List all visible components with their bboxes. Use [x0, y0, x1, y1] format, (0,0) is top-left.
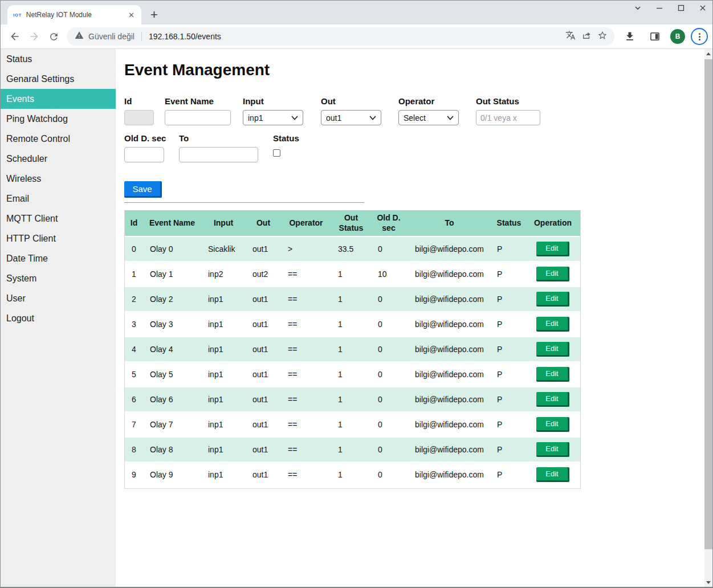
profile-avatar[interactable]: B: [670, 29, 685, 44]
forward-button[interactable]: [25, 27, 44, 46]
cell-operator: ==: [281, 437, 331, 462]
sidebar-item-http-client[interactable]: HTTP Client: [1, 228, 116, 248]
sidebar-item-user[interactable]: User: [1, 288, 116, 308]
url-text[interactable]: 192.168.1.50/events: [149, 32, 221, 41]
out-select[interactable]: out1: [321, 110, 381, 125]
input-select[interactable]: inp1: [243, 110, 303, 125]
cell-event-name: Olay 8: [143, 437, 201, 462]
out-label: Out: [321, 96, 381, 107]
cell-operation: Edit: [525, 262, 580, 287]
cell-operator: ==: [281, 262, 331, 287]
sidebar-item-wireless[interactable]: Wireless: [1, 169, 116, 189]
out-status-label: Out Status: [476, 96, 540, 107]
edit-button[interactable]: Edit: [536, 442, 569, 457]
sidebar-item-events[interactable]: Events: [1, 89, 116, 109]
bookmark-star-icon[interactable]: [597, 30, 608, 43]
chevron-down-icon: [369, 116, 376, 120]
minimize-button[interactable]: [655, 4, 663, 12]
cell-input: inp1: [201, 337, 246, 362]
scroll-down-arrow-icon[interactable]: [704, 578, 712, 587]
cell-event-name: Olay 7: [143, 412, 201, 437]
sidebar-item-scheduler[interactable]: Scheduler: [1, 149, 116, 169]
edit-button[interactable]: Edit: [536, 392, 569, 407]
cell-to: bilgi@wifidepo.com: [406, 387, 492, 412]
sidebar-item-date-time[interactable]: Date Time: [1, 248, 116, 268]
reload-button[interactable]: [44, 27, 63, 46]
cell-operator: >: [281, 236, 331, 262]
download-icon[interactable]: [620, 27, 639, 46]
sidebar-item-status[interactable]: Status: [1, 49, 116, 69]
to-label: To: [179, 133, 258, 144]
cell-id: 4: [125, 337, 143, 362]
column-header-operation: Operation: [525, 210, 580, 236]
edit-button[interactable]: Edit: [536, 342, 569, 357]
not-secure-warning-icon[interactable]: [75, 31, 84, 42]
cell-id: 5: [125, 362, 143, 387]
security-label[interactable]: Güvenli değil: [88, 32, 135, 41]
address-bar[interactable]: Güvenli değil 192.168.1.50/events: [67, 27, 614, 46]
edit-button[interactable]: Edit: [536, 267, 569, 281]
maximize-button[interactable]: [677, 4, 685, 12]
status-checkbox[interactable]: [273, 149, 280, 157]
side-panel-icon[interactable]: [645, 27, 665, 46]
table-row: 4Olay 4inp1out1==10bilgi@wifidepo.comPEd…: [125, 337, 580, 362]
tab-search-chevron-icon[interactable]: [634, 4, 642, 12]
cell-old-d-sec: 0: [371, 387, 406, 412]
back-button[interactable]: [5, 27, 25, 46]
old-delay-field[interactable]: [124, 147, 164, 162]
cell-operator: ==: [281, 337, 331, 362]
cell-operation: Edit: [525, 437, 580, 462]
cell-event-name: Olay 1: [143, 262, 201, 287]
new-tab-button[interactable]: +: [150, 9, 158, 21]
cell-input: inp2: [201, 262, 246, 287]
save-button[interactable]: Save: [124, 181, 162, 198]
cell-event-name: Olay 6: [143, 387, 201, 412]
cell-input: Sicaklik: [201, 236, 246, 262]
sidebar-item-genaral-settings[interactable]: Genaral Settings: [1, 69, 116, 89]
share-icon[interactable]: [581, 30, 592, 43]
sidebar-item-email[interactable]: Email: [1, 189, 116, 209]
sidebar-item-logout[interactable]: Logout: [1, 308, 116, 328]
edit-button[interactable]: Edit: [536, 417, 569, 432]
cell-out-status: 1: [331, 262, 371, 287]
cell-out-status: 33.5: [331, 236, 371, 262]
out-status-field[interactable]: [476, 110, 540, 125]
browser-menu-button[interactable]: [691, 28, 708, 45]
edit-button[interactable]: Edit: [536, 367, 569, 382]
vertical-scrollbar[interactable]: [704, 49, 712, 587]
cell-out: out1: [246, 337, 281, 362]
edit-button[interactable]: Edit: [536, 242, 569, 256]
close-button[interactable]: [699, 4, 707, 12]
omnibox-separator: [141, 32, 142, 41]
sidebar-item-system[interactable]: System: [1, 268, 116, 288]
cell-id: 3: [125, 312, 143, 337]
edit-button[interactable]: Edit: [536, 292, 569, 307]
edit-button[interactable]: Edit: [536, 467, 569, 482]
sidebar-item-remote-control[interactable]: Remote Control: [1, 129, 116, 149]
operator-select[interactable]: Select: [398, 110, 459, 125]
cell-out-status: 1: [331, 337, 371, 362]
tab-close-icon[interactable]: ✕: [126, 11, 137, 19]
cell-input: inp1: [201, 287, 246, 312]
event-name-field[interactable]: [165, 110, 231, 125]
cell-event-name: Olay 2: [143, 287, 201, 312]
cell-status: P: [492, 412, 525, 437]
to-field[interactable]: [179, 147, 258, 162]
cell-operation: Edit: [525, 412, 580, 437]
edit-button[interactable]: Edit: [536, 317, 569, 332]
cell-status: P: [492, 236, 525, 262]
cell-id: 2: [125, 287, 143, 312]
scroll-up-arrow-icon[interactable]: [704, 49, 712, 58]
sidebar-item-ping-watchdog[interactable]: Ping Watchdog: [1, 109, 116, 129]
cell-operator: ==: [281, 287, 331, 312]
browser-tab[interactable]: IOT NetRelay IOT Module ✕: [7, 5, 141, 24]
cell-id: 1: [125, 262, 143, 287]
cell-operation: Edit: [525, 236, 580, 262]
translate-icon[interactable]: [565, 30, 576, 43]
scrollbar-thumb[interactable]: [704, 59, 712, 549]
table-row: 1Olay 1inp2out2==110bilgi@wifidepo.comPE…: [125, 262, 580, 287]
sidebar-item-mqtt-client[interactable]: MQTT Client: [1, 209, 116, 228]
cell-operation: Edit: [525, 462, 580, 487]
column-header-out-status: Out Status: [331, 210, 371, 236]
cell-id: 8: [125, 437, 143, 462]
